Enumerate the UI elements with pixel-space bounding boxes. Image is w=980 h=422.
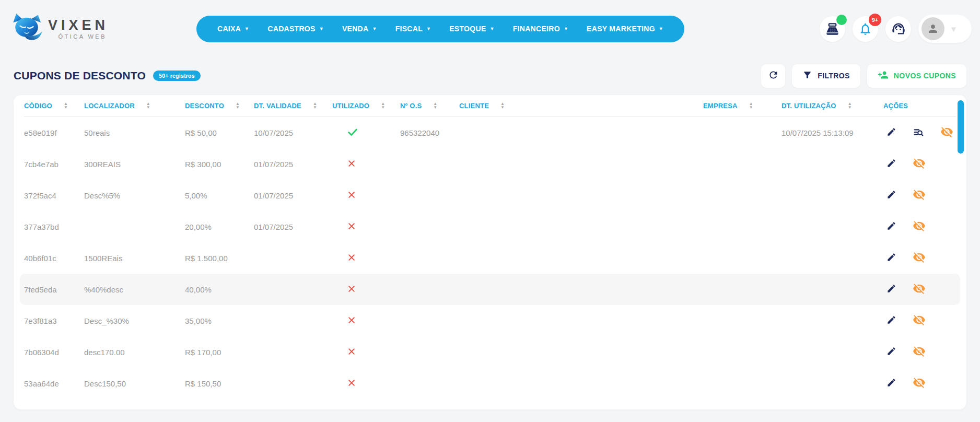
not-used-x-icon <box>347 161 356 170</box>
sort-icon[interactable]: ▲▼ <box>749 102 753 109</box>
chevron-down-icon: ▼ <box>426 26 431 31</box>
cell-desconto: R$ 50,00 <box>185 128 254 137</box>
cell-acoes <box>883 219 956 234</box>
table-row[interactable]: e58e019f50reaisR$ 50,0010/07/2025 965322… <box>24 117 956 148</box>
sort-icon[interactable]: ▲▼ <box>500 102 505 109</box>
visibility-toggle-button[interactable] <box>913 313 926 328</box>
nav-item-financeiro[interactable]: FINANCEIRO ▼ <box>513 25 568 33</box>
visibility-toggle-button[interactable] <box>913 345 926 359</box>
edit-pencil-icon <box>886 127 896 138</box>
support-button[interactable] <box>885 16 911 42</box>
table-row[interactable]: 7fed5eda%40%desc40,00% <box>20 274 960 305</box>
chevron-down-icon: ▼ <box>564 26 568 31</box>
chevron-down-icon: ▼ <box>372 26 377 31</box>
column-header-cliente[interactable]: CLIENTE▲▼ <box>459 102 703 110</box>
cell-acoes <box>883 313 956 328</box>
new-coupons-button[interactable]: NOVOS CUPONS <box>867 64 966 88</box>
cell-codigo: 53aa64de <box>24 379 84 388</box>
filters-button[interactable]: FILTROS <box>792 64 860 88</box>
table-row[interactable]: 7e3f81a3Desc_%30%35,00% <box>24 305 956 336</box>
table-row[interactable]: 7b06304ddesc170.00R$ 170,00 <box>24 336 956 368</box>
sort-icon[interactable]: ▲▼ <box>381 102 385 109</box>
user-menu[interactable]: ▼ <box>918 15 972 43</box>
chevron-down-icon: ▼ <box>659 26 663 31</box>
cell-localizador: desc170.00 <box>84 348 185 357</box>
cell-acoes <box>883 251 956 265</box>
cell-acoes <box>883 282 956 297</box>
table-row[interactable]: 7cb4e7ab300REAISR$ 300,0001/07/2025 <box>24 148 956 180</box>
edit-coupon-button[interactable] <box>886 315 896 326</box>
refresh-icon <box>768 69 779 82</box>
brand-logo[interactable]: VIXEN ÓTICA WEB <box>10 11 109 46</box>
nav-item-cadastros[interactable]: CADASTROS ▼ <box>267 25 324 33</box>
table-row[interactable]: 377a37bd20,00%01/07/2025 <box>24 211 956 242</box>
edit-coupon-button[interactable] <box>886 378 896 389</box>
cell-utilizado <box>332 190 400 201</box>
column-header-empresa[interactable]: EMPRESA▲▼ <box>703 102 781 110</box>
table-row[interactable]: 372f5ac4Desc%5%5,00%01/07/2025 <box>24 180 956 211</box>
visibility-toggle-button[interactable] <box>913 282 926 297</box>
chevron-down-icon: ▼ <box>490 26 495 31</box>
cell-utilizado <box>332 126 400 139</box>
edit-coupon-button[interactable] <box>886 127 896 138</box>
visibility-toggle-button[interactable] <box>913 219 926 234</box>
visibility-toggle-button[interactable] <box>940 125 953 140</box>
edit-coupon-button[interactable] <box>886 221 896 232</box>
cell-acoes <box>883 376 956 391</box>
edit-coupon-button[interactable] <box>886 346 896 358</box>
eye-off-icon <box>913 188 926 203</box>
edit-pencil-icon <box>886 346 896 358</box>
nav-item-estoque[interactable]: ESTOQUE ▼ <box>449 25 495 33</box>
column-header-localizador[interactable]: LOCALIZADOR▲▼ <box>84 102 185 110</box>
not-used-x-icon <box>347 318 356 326</box>
notifications-badge: 9+ <box>869 14 881 26</box>
cell-utilizado <box>332 347 400 358</box>
column-header-n-o-s[interactable]: Nº O.S▲▼ <box>400 102 459 110</box>
sort-icon[interactable]: ▲▼ <box>433 102 437 109</box>
cell-utilizado <box>332 253 400 264</box>
edit-pencil-icon <box>886 284 896 295</box>
column-header-a-es[interactable]: AÇÕES <box>883 102 956 110</box>
edit-coupon-button[interactable] <box>886 190 896 201</box>
sort-icon[interactable]: ▲▼ <box>236 102 240 109</box>
cell-dt-validade: 01/07/2025 <box>254 191 332 200</box>
cell-desconto: 20,00% <box>185 222 254 231</box>
nav-item-caixa[interactable]: CAIXA ▼ <box>217 25 249 33</box>
used-check-icon <box>347 131 358 139</box>
cash-register-button[interactable] <box>820 16 845 42</box>
eye-off-icon <box>913 345 926 359</box>
column-header-utilizado[interactable]: UTILIZADO▲▼ <box>332 102 400 110</box>
head-actions: FILTROS NOVOS CUPONS <box>761 64 966 88</box>
sort-icon[interactable]: ▲▼ <box>848 102 852 109</box>
edit-coupon-button[interactable] <box>886 158 896 170</box>
table-row[interactable]: 40b6f01c1500REaisR$ 1.500,00 <box>24 242 956 274</box>
table-row[interactable]: 53aa64deDesc150,50R$ 150,50 <box>24 368 956 399</box>
sort-icon[interactable]: ▲▼ <box>146 102 150 109</box>
column-header-dt-validade[interactable]: DT. VALIDADE▲▼ <box>254 102 332 110</box>
nav-item-fiscal[interactable]: FISCAL ▼ <box>395 25 431 33</box>
visibility-toggle-button[interactable] <box>913 157 926 171</box>
visibility-toggle-button[interactable] <box>913 188 926 203</box>
refresh-button[interactable] <box>761 64 785 88</box>
topbar: VIXEN ÓTICA WEB CAIXA ▼ CADASTROS ▼ VEND… <box>0 0 980 57</box>
nav-item-venda[interactable]: VENDA ▼ <box>342 25 377 33</box>
not-used-x-icon <box>347 380 356 389</box>
visibility-toggle-button[interactable] <box>913 376 926 391</box>
coupon-details-button[interactable] <box>913 126 924 139</box>
column-header-desconto[interactable]: DESCONTO▲▼ <box>185 102 254 110</box>
visibility-toggle-button[interactable] <box>913 251 926 265</box>
not-used-x-icon <box>347 255 356 264</box>
notifications-button[interactable]: 9+ <box>853 16 878 42</box>
cash-register-status-dot <box>836 15 847 25</box>
sort-icon[interactable]: ▲▼ <box>313 102 317 109</box>
nav-item-easy-marketing[interactable]: EASY MARKETING ▼ <box>587 25 663 33</box>
cell-dt-validade: 01/07/2025 <box>254 222 332 231</box>
column-header-c-digo[interactable]: CÓDIGO▲▼ <box>24 102 84 110</box>
vertical-scrollbar-thumb[interactable] <box>958 100 964 154</box>
column-header-dt-utiliza-o[interactable]: DT. UTILIZAÇÃO▲▼ <box>781 102 883 110</box>
edit-coupon-button[interactable] <box>886 284 896 295</box>
edit-pencil-icon <box>886 190 896 201</box>
sort-icon[interactable]: ▲▼ <box>64 102 68 109</box>
nav-item-label: FINANCEIRO <box>513 25 560 33</box>
edit-coupon-button[interactable] <box>886 252 896 264</box>
